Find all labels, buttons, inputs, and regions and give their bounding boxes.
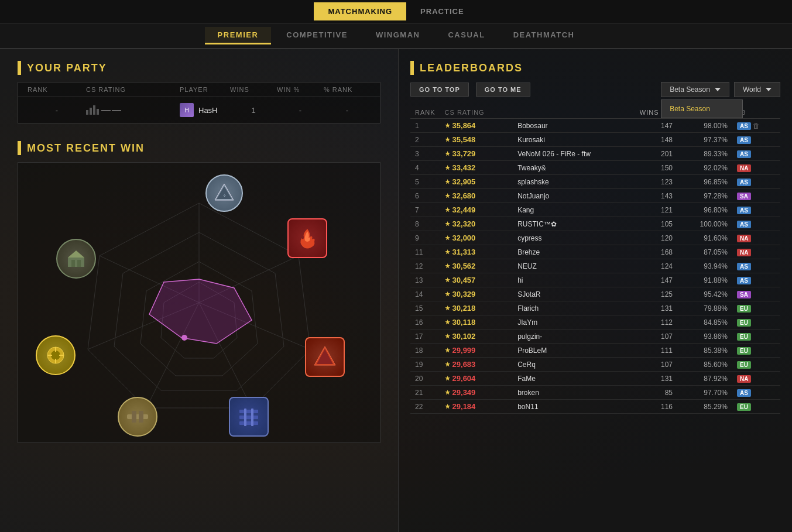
row-player[interactable]: hi [513, 273, 635, 287]
row-rank: 5 [410, 175, 440, 189]
row-player[interactable]: pulgzin- [513, 330, 635, 344]
row-region: EU [732, 400, 780, 414]
tab-deathmatch[interactable]: DEATHMATCH [500, 27, 588, 44]
row-rank: 12 [410, 259, 440, 273]
region-badge: EU [737, 305, 751, 313]
map-ancient[interactable] [56, 239, 96, 279]
table-row: 2 ★ 35,548 Kurosaki 148 97.37% AS [410, 133, 780, 147]
region-badge: SA [737, 291, 751, 298]
table-row: 3 ★ 33,729 VeNoM 026 - FiRe - ftw 201 89… [410, 147, 780, 161]
svg-point-23 [51, 351, 60, 360]
row-region: EU [732, 301, 780, 315]
tab-wingman[interactable]: WINGMAN [363, 27, 433, 44]
row-player[interactable]: CeRq [513, 358, 635, 372]
row-player[interactable]: Bobosaur [513, 119, 635, 133]
star-icon: ★ [445, 235, 450, 241]
row-player[interactable]: NEUZ [513, 259, 635, 273]
row-rank: 2 [410, 133, 440, 147]
region-dropdown-arrow [766, 88, 772, 91]
map-overpass[interactable] [118, 397, 157, 437]
player-name-label: HasH [198, 106, 218, 115]
row-winpct: 96.85% [677, 175, 732, 189]
row-wins: 168 [635, 245, 677, 259]
table-row: 18 ★ 29,999 ProBLeM 111 85.38% EU [410, 344, 780, 358]
row-region: SA [732, 189, 780, 203]
table-row: 9 ★ 32,000 cypress 120 91.60% NA [410, 231, 780, 245]
left-panel: YOUR PARTY Rank CS Rating Player Wins Wi… [0, 49, 398, 532]
row-winpct: 91.88% [677, 273, 732, 287]
row-winpct: 92.02% [677, 161, 732, 175]
row-player[interactable]: splashske [513, 175, 635, 189]
row-wins: 123 [635, 175, 677, 189]
map-inferno[interactable] [287, 218, 327, 258]
tab-premier[interactable]: PREMIER [205, 27, 272, 44]
region-badge: AS [737, 207, 751, 214]
row-player[interactable]: RUSTIC™✿ [513, 217, 635, 231]
bar4 [97, 109, 99, 115]
table-row: 4 ★ 33,432 Tweaky& 150 92.02% NA [410, 161, 780, 175]
season-dropdown[interactable]: Beta Season [661, 82, 729, 97]
matchmaking-tab[interactable]: MATCHMAKING [314, 2, 406, 20]
region-badge: AS [737, 389, 751, 397]
row-player[interactable]: ProBLeM [513, 344, 635, 358]
trash-icon[interactable]: 🗑 [753, 122, 760, 130]
season-dropdown-menu: Beta Season [661, 99, 743, 118]
map-nuke[interactable] [36, 335, 76, 375]
row-player[interactable]: Flarich [513, 301, 635, 315]
row-player[interactable]: Brehze [513, 245, 635, 259]
player-avatar: H [180, 103, 194, 117]
table-row: 15 ★ 30,218 Flarich 131 79.88% EU [410, 301, 780, 315]
map-mirage[interactable] [305, 337, 345, 377]
tab-casual[interactable]: CASUAL [435, 27, 498, 44]
bar2 [90, 108, 92, 115]
table-row: 21 ★ 29,349 broken 85 97.70% AS [410, 386, 780, 400]
practice-tab[interactable]: PRACTICE [406, 2, 478, 20]
col-rank: Rank [28, 86, 86, 93]
svg-rect-28 [127, 414, 148, 419]
row-player[interactable]: SJotaR [513, 287, 635, 301]
row-region: AS [732, 259, 780, 273]
row-wins: 150 [635, 161, 677, 175]
row-rating: ★ 32,905 [440, 175, 513, 189]
region-dropdown[interactable]: World [734, 82, 780, 97]
row-rank: 3 [410, 147, 440, 161]
leaderboard-scroll[interactable]: Rank CS Rating Wins Win % LB 1 ★ 35,864 … [410, 107, 780, 414]
row-player[interactable]: Kurosaki [513, 133, 635, 147]
star-icon: ★ [445, 221, 450, 227]
region-badge: NA [737, 375, 751, 383]
row-player[interactable]: VeNoM 026 - FiRe - ftw [513, 147, 635, 161]
go-to-top-button[interactable]: GO TO TOP [410, 83, 469, 97]
leaderboard-table: Rank CS Rating Wins Win % LB 1 ★ 35,864 … [410, 107, 780, 414]
row-player[interactable]: JIaYm [513, 315, 635, 330]
star-icon: ★ [445, 122, 450, 129]
row-rank: 20 [410, 372, 440, 386]
row-player[interactable]: NotJuanjo [513, 189, 635, 203]
row-region: AS [732, 133, 780, 147]
season-option-beta[interactable]: Beta Season [661, 100, 742, 118]
row-rank: 17 [410, 330, 440, 344]
svg-rect-33 [239, 421, 258, 425]
region-badge: SA [737, 193, 751, 200]
row-player[interactable]: boN11 [513, 400, 635, 414]
row-player[interactable]: Tweaky& [513, 161, 635, 175]
row-player[interactable]: Kang [513, 203, 635, 217]
region-badge: EU [737, 403, 751, 411]
party-columns: Rank CS Rating Player Wins Win % % Rank [18, 83, 380, 97]
row-rank: 7 [410, 203, 440, 217]
row-player[interactable]: FaMe [513, 372, 635, 386]
map-vertigo[interactable] [229, 397, 269, 437]
map-anubis[interactable]: ⬦ [205, 174, 243, 212]
row-rank: 15 [410, 301, 440, 315]
row-wins: 125 [635, 287, 677, 301]
go-to-me-button[interactable]: GO TO ME [476, 83, 530, 97]
row-player[interactable]: cypress [513, 231, 635, 245]
row-player[interactable]: broken [513, 386, 635, 400]
row-wins: 107 [635, 358, 677, 372]
region-badge: AS [737, 150, 751, 158]
region-badge: NA [737, 164, 751, 172]
row-wins: 147 [635, 273, 677, 287]
tab-competitive[interactable]: COMPETITIVE [273, 27, 361, 44]
region-badge: EU [737, 333, 751, 341]
svg-rect-31 [239, 410, 258, 413]
star-icon: ★ [445, 291, 450, 297]
